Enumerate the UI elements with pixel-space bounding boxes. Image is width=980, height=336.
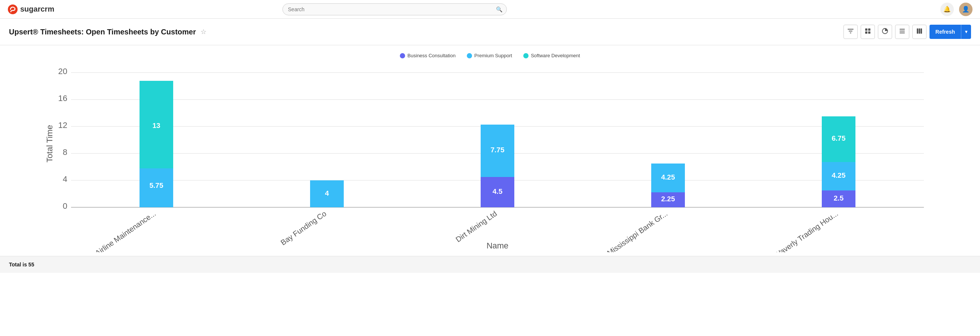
- svg-text:Total Time: Total Time: [45, 125, 54, 162]
- refresh-dropdown-arrow[interactable]: ▾: [961, 25, 971, 39]
- list-view-button[interactable]: [895, 25, 909, 39]
- page-title: Upsert® Timesheets: Open Timesheets by C…: [9, 28, 196, 36]
- logo: sugarcrm: [8, 4, 54, 14]
- list-icon: [899, 28, 905, 36]
- chart-legend: Business Consultation Premium Support So…: [15, 53, 965, 58]
- page-footer: Total is 55: [0, 256, 980, 273]
- page-title-bar: Upsert® Timesheets: Open Timesheets by C…: [0, 19, 980, 45]
- svg-text:Dirt Mining Ltd: Dirt Mining Ltd: [454, 209, 498, 244]
- total-label: Total is 55: [9, 261, 34, 268]
- chart-svg: 0 4 8 12 16 20 Total Time 5.75 13 4: [41, 65, 939, 252]
- svg-text:2.5: 2.5: [834, 194, 844, 202]
- refresh-label: Refresh: [929, 29, 961, 35]
- grid-icon: [864, 28, 871, 36]
- title-actions: Refresh ▾: [843, 25, 971, 39]
- columns-view-button[interactable]: [912, 25, 926, 39]
- svg-rect-3: [865, 32, 867, 33]
- logo-icon: [8, 4, 18, 14]
- avatar[interactable]: 👤: [959, 3, 972, 16]
- svg-rect-1: [865, 29, 867, 31]
- svg-text:4: 4: [63, 174, 67, 184]
- avatar-image: 👤: [962, 6, 969, 13]
- top-nav: sugarcrm 🔍 🔔 👤: [0, 0, 980, 19]
- svg-text:4.25: 4.25: [661, 173, 675, 181]
- svg-text:0: 0: [63, 201, 67, 211]
- svg-text:Waverly Trading Hou...: Waverly Trading Hou...: [773, 209, 840, 252]
- legend-label-software: Software Development: [531, 53, 580, 58]
- svg-text:16: 16: [58, 94, 67, 103]
- legend-item-premium: Premium Support: [467, 53, 512, 58]
- bar-chart: 0 4 8 12 16 20 Total Time 5.75 13 4: [15, 65, 965, 252]
- legend-dot-premium: [467, 53, 472, 58]
- svg-rect-11: [921, 29, 922, 33]
- search-input[interactable]: [282, 3, 507, 15]
- favorite-button[interactable]: ☆: [200, 28, 207, 36]
- refresh-button[interactable]: Refresh ▾: [929, 25, 971, 39]
- svg-text:4.5: 4.5: [493, 188, 503, 195]
- svg-text:4.25: 4.25: [832, 171, 846, 179]
- svg-text:4: 4: [325, 189, 329, 197]
- grid-view-button[interactable]: [861, 25, 875, 39]
- svg-text:7.75: 7.75: [491, 146, 504, 154]
- svg-text:2.25: 2.25: [661, 195, 675, 203]
- legend-item-business: Business Consultation: [400, 53, 456, 58]
- svg-rect-4: [868, 32, 870, 33]
- svg-text:20: 20: [58, 67, 67, 76]
- svg-point-0: [8, 5, 18, 14]
- svg-rect-8: [900, 33, 905, 33]
- svg-rect-9: [917, 29, 918, 33]
- svg-text:6.75: 6.75: [832, 134, 846, 142]
- legend-label-business: Business Consultation: [407, 53, 456, 58]
- legend-dot-business: [400, 53, 405, 58]
- legend-dot-software: [523, 53, 528, 58]
- svg-text:Name: Name: [487, 241, 509, 250]
- search-icon: 🔍: [496, 6, 502, 12]
- svg-text:13: 13: [152, 122, 160, 129]
- svg-rect-7: [900, 31, 905, 32]
- svg-text:Mississippi Bank Gr...: Mississippi Bank Gr...: [606, 209, 669, 252]
- chart-icon: [881, 28, 888, 36]
- filter-button[interactable]: [843, 25, 858, 39]
- bell-icon: 🔔: [943, 6, 951, 13]
- legend-label-premium: Premium Support: [474, 53, 512, 58]
- svg-rect-2: [868, 29, 870, 31]
- chart-view-button[interactable]: [878, 25, 892, 39]
- nav-right: 🔔 👤: [940, 3, 972, 16]
- svg-text:Airline Maintenance...: Airline Maintenance...: [94, 209, 157, 252]
- chart-container: Business Consultation Premium Support So…: [0, 45, 980, 256]
- svg-rect-6: [900, 29, 905, 30]
- search-bar[interactable]: 🔍: [282, 3, 507, 15]
- star-icon: ☆: [200, 28, 207, 35]
- logo-text: sugarcrm: [20, 5, 54, 13]
- notification-button[interactable]: 🔔: [940, 3, 954, 16]
- svg-text:8: 8: [63, 147, 67, 157]
- svg-text:12: 12: [58, 121, 67, 130]
- legend-item-software: Software Development: [523, 53, 580, 58]
- svg-text:5.75: 5.75: [150, 182, 164, 189]
- columns-icon: [916, 28, 923, 36]
- svg-rect-10: [919, 29, 920, 33]
- svg-text:Bay Funding Co: Bay Funding Co: [279, 209, 328, 247]
- filter-icon: [847, 28, 854, 36]
